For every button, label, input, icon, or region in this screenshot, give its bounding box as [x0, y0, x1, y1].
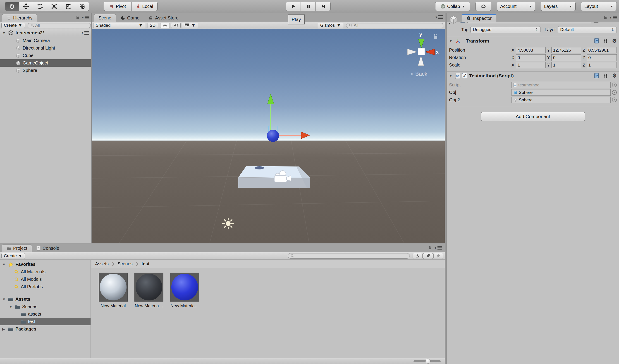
- local-button[interactable]: Local: [132, 2, 157, 11]
- gear-icon[interactable]: ⚙: [612, 38, 617, 44]
- obj2-object-field[interactable]: Sphere: [511, 97, 611, 103]
- position-x-input[interactable]: [518, 48, 544, 53]
- cloud-button[interactable]: [476, 2, 491, 11]
- scene-menu-icon[interactable]: ▼: [81, 30, 89, 35]
- slider-thumb[interactable]: [425, 359, 430, 364]
- script-component-header[interactable]: ▼ C# ✓ Testmethod (Script) ? ⚙: [447, 71, 619, 80]
- presets-icon[interactable]: [603, 38, 608, 44]
- tree-item-all-materials[interactable]: All Materials: [0, 268, 91, 276]
- rect-tool-button[interactable]: [61, 2, 75, 11]
- hierarchy-item-sphere[interactable]: Sphere: [0, 67, 91, 74]
- hand-tool-button[interactable]: [5, 2, 19, 11]
- add-component-button[interactable]: Add Component: [481, 112, 585, 121]
- scale-y-input[interactable]: [553, 63, 579, 68]
- foldout-open-icon[interactable]: ▼: [2, 31, 6, 35]
- account-dropdown[interactable]: Account ▼: [497, 2, 535, 11]
- rotation-x-field[interactable]: [516, 54, 546, 61]
- project-search[interactable]: [288, 253, 410, 258]
- hierarchy-create-button[interactable]: Create ▼: [1, 23, 25, 28]
- thumbnail-zoom-slider[interactable]: [413, 360, 441, 362]
- tab-hierarchy[interactable]: Hierarchy: [2, 14, 37, 22]
- scale-tool-button[interactable]: [47, 2, 61, 11]
- scale-z-input[interactable]: [589, 63, 615, 68]
- material-tile-3[interactable]: New Materia…: [170, 273, 199, 308]
- obj-object-field[interactable]: Sphere: [511, 89, 611, 96]
- tab-console[interactable]: Console: [32, 244, 64, 252]
- tree-item-packages[interactable]: ▶ Packages: [0, 325, 91, 333]
- tree-item-assets-folder[interactable]: assets: [0, 310, 91, 318]
- rotation-z-field[interactable]: [587, 54, 617, 61]
- gear-icon[interactable]: ⚙: [612, 73, 617, 79]
- transform-tool-button[interactable]: [75, 2, 89, 11]
- panel-menu-icon[interactable]: ▼: [82, 15, 89, 20]
- scene-canvas[interactable]: y x < Back: [92, 29, 445, 243]
- foldout-closed-icon[interactable]: ▶: [2, 327, 6, 331]
- effects-toggle-button[interactable]: ▼: [182, 23, 198, 28]
- breadcrumb-test[interactable]: test: [141, 261, 150, 267]
- foldout-open-icon[interactable]: ▼: [449, 74, 453, 78]
- foldout-open-icon[interactable]: ▼: [449, 39, 453, 43]
- scale-x-input[interactable]: [518, 63, 544, 68]
- hierarchy-item-main-camera[interactable]: Main Camera: [0, 37, 91, 44]
- tag-dropdown[interactable]: Untagged ⇕: [470, 26, 540, 33]
- position-z-input[interactable]: [589, 48, 615, 53]
- rotation-z-input[interactable]: [589, 55, 615, 60]
- script-enabled-checkbox[interactable]: ✓: [462, 73, 467, 78]
- layout-dropdown[interactable]: Layout ▼: [581, 2, 617, 11]
- shading-mode-dropdown[interactable]: Shaded ▼: [93, 23, 145, 28]
- panel-menu-icon[interactable]: ▼: [434, 245, 442, 250]
- tree-item-test-folder[interactable]: test: [0, 318, 91, 325]
- hierarchy-search[interactable]: [28, 23, 91, 28]
- lighting-toggle-button[interactable]: [160, 23, 170, 28]
- tree-item-scenes[interactable]: ▼ Scenes: [0, 303, 91, 310]
- tree-item-assets[interactable]: ▼ Assets: [0, 296, 91, 303]
- layer-dropdown[interactable]: Default ⇕: [558, 26, 617, 33]
- panel-menu-icon[interactable]: ▼: [609, 15, 617, 20]
- breadcrumb-scenes[interactable]: Scenes: [117, 261, 133, 267]
- scene-foldout-row[interactable]: ▼ testscenes2* ▼: [0, 29, 91, 37]
- rotation-y-input[interactable]: [553, 55, 579, 60]
- audio-toggle-button[interactable]: [171, 23, 181, 28]
- search-by-type-button[interactable]: [413, 253, 422, 259]
- rotation-y-field[interactable]: [551, 54, 581, 61]
- lock-icon[interactable]: [428, 246, 432, 250]
- tree-item-all-prefabs[interactable]: All Prefabs: [0, 283, 91, 290]
- back-perspective-label[interactable]: < Back: [410, 71, 427, 77]
- axis-y-label[interactable]: y: [419, 32, 422, 37]
- hierarchy-search-input[interactable]: [35, 23, 88, 28]
- step-button[interactable]: [316, 2, 331, 11]
- search-by-label-button[interactable]: [423, 253, 433, 259]
- position-z-field[interactable]: [587, 47, 617, 54]
- hierarchy-item-directional-light[interactable]: Directional Light: [0, 44, 91, 52]
- foldout-open-icon[interactable]: ▼: [2, 297, 6, 301]
- axis-x-label[interactable]: x: [436, 49, 439, 55]
- collab-dropdown[interactable]: Collab ▼: [435, 2, 470, 11]
- tree-item-all-models[interactable]: All Models: [0, 276, 91, 283]
- scale-y-field[interactable]: [551, 62, 581, 68]
- icon-dropdown-caret[interactable]: ▼: [448, 22, 451, 25]
- object-picker-icon[interactable]: [612, 90, 617, 95]
- tab-project[interactable]: Project: [2, 244, 32, 252]
- help-book-icon[interactable]: ?: [594, 73, 599, 79]
- lock-icon[interactable]: [604, 15, 607, 20]
- position-y-field[interactable]: [551, 47, 581, 54]
- hierarchy-item-cube[interactable]: Cube: [0, 52, 91, 59]
- lock-icon[interactable]: [76, 15, 80, 20]
- rotate-tool-button[interactable]: [33, 2, 47, 11]
- pause-button[interactable]: [301, 2, 316, 11]
- scene-panel-menu-icon[interactable]: ▼: [435, 15, 443, 19]
- scene-search-input[interactable]: [354, 23, 440, 28]
- foldout-open-icon[interactable]: ▼: [2, 262, 6, 266]
- pivot-button[interactable]: Pivot: [104, 2, 132, 11]
- scale-z-field[interactable]: [587, 62, 617, 68]
- layers-dropdown[interactable]: Layers ▼: [541, 2, 576, 11]
- foldout-open-icon[interactable]: ▼: [9, 305, 13, 309]
- material-tile-1[interactable]: New Material: [99, 273, 128, 308]
- tab-game[interactable]: Game: [116, 14, 144, 22]
- script-object-field[interactable]: c# testmethod: [511, 82, 611, 88]
- favorites-star-button[interactable]: [433, 253, 443, 259]
- hierarchy-item-gameobject[interactable]: GameObject: [0, 59, 91, 67]
- position-x-field[interactable]: [516, 47, 546, 54]
- 2d-toggle-button[interactable]: 2D: [148, 23, 158, 28]
- gizmos-dropdown[interactable]: Gizmos ▼: [318, 23, 343, 28]
